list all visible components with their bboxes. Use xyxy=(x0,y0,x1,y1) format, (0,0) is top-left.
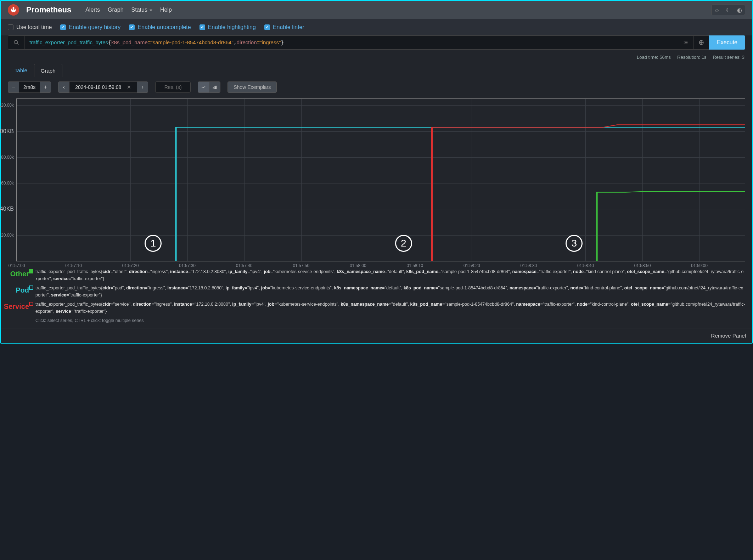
checkbox-icon[interactable] xyxy=(264,24,270,30)
sun-icon[interactable]: ☼ xyxy=(712,5,722,15)
checkbox-icon[interactable] xyxy=(8,24,13,30)
option-2[interactable]: Enable autocomplete xyxy=(129,24,191,30)
legend-row-other[interactable]: Other traffic_exporter_pod_traffic_bytes… xyxy=(29,267,745,283)
navbar: Prometheus Alerts Graph Status Help ☼ ☾ … xyxy=(1,1,752,19)
show-exemplars-button[interactable]: Show Exemplars xyxy=(227,81,277,93)
range-increase-button[interactable]: + xyxy=(40,81,51,93)
time-prev-button[interactable]: ‹ xyxy=(58,81,69,93)
option-label: Enable query history xyxy=(69,24,120,30)
legend-hint: Click: select series, CTRL + click: togg… xyxy=(29,316,745,327)
option-4[interactable]: Enable linter xyxy=(264,24,304,30)
query-input[interactable]: traffic_exporter_pod_traffic_bytes{k8s_p… xyxy=(24,35,678,50)
option-label: Enable linter xyxy=(273,24,304,30)
time-value[interactable]: 2024-09-18 01:59:08 ✕ xyxy=(69,81,137,93)
y-tick-major: 40KB xyxy=(0,206,14,212)
prometheus-logo-icon xyxy=(8,4,19,16)
query-row: traffic_exporter_pod_traffic_bytes{k8s_p… xyxy=(1,35,752,53)
option-0[interactable]: Use local time xyxy=(8,24,52,30)
tabs: Table Graph xyxy=(1,63,752,77)
annotation-3: 3 xyxy=(566,235,583,252)
svg-rect-6 xyxy=(213,87,214,89)
moon-icon[interactable]: ☾ xyxy=(723,5,734,15)
option-label: Use local time xyxy=(16,24,52,30)
legend-text: traffic_exporter_pod_traffic_bytes{cidr=… xyxy=(35,301,745,315)
options-bar: Use local timeEnable query historyEnable… xyxy=(1,19,752,35)
legend-swatch-icon xyxy=(29,269,33,273)
time-next-button[interactable]: › xyxy=(137,81,148,93)
legend-text: traffic_exporter_pod_traffic_bytes{cidr=… xyxy=(35,284,745,299)
y-tick: 20.00k xyxy=(1,233,14,238)
resolution-input[interactable] xyxy=(155,81,191,93)
legend-swatch-icon xyxy=(29,285,33,290)
checkbox-icon[interactable] xyxy=(129,24,135,30)
option-label: Enable highlighting xyxy=(208,24,256,30)
format-query-icon[interactable] xyxy=(678,35,693,50)
svg-rect-7 xyxy=(214,87,215,89)
panel-footer: Remove Panel xyxy=(1,328,752,343)
graph-controls: − 2m8s + ‹ 2024-09-18 01:59:08 ✕ › Show … xyxy=(1,77,752,97)
legend-annot: Other xyxy=(10,268,29,279)
option-label: Enable autocomplete xyxy=(137,24,191,30)
annotation-2: 2 xyxy=(395,235,412,252)
y-tick: 60.00k xyxy=(1,181,14,186)
y-tick: 120.00k xyxy=(0,103,14,108)
legend: Other traffic_exporter_pod_traffic_bytes… xyxy=(1,264,752,328)
legend-annot: Service xyxy=(4,301,29,312)
nav-help[interactable]: Help xyxy=(160,7,172,13)
legend-row-pod[interactable]: Pod traffic_exporter_pod_traffic_bytes{c… xyxy=(29,283,745,300)
resolution: Resolution: 1s xyxy=(677,55,706,60)
tab-table[interactable]: Table xyxy=(8,63,34,77)
option-3[interactable]: Enable highlighting xyxy=(200,24,256,30)
nav-graph[interactable]: Graph xyxy=(108,7,123,13)
legend-swatch-icon xyxy=(29,302,33,306)
time-clear-icon[interactable]: ✕ xyxy=(127,84,131,90)
load-time: Load time: 56ms xyxy=(637,55,671,60)
checkbox-icon[interactable] xyxy=(60,24,66,30)
legend-text: traffic_exporter_pod_traffic_bytes{cidr=… xyxy=(35,268,745,282)
stacked-chart-icon[interactable] xyxy=(209,81,220,93)
annotation-1: 1 xyxy=(145,235,162,252)
theme-toggle-group: ☼ ☾ ◐ xyxy=(711,5,745,15)
chart[interactable]: 01:57:0001:57:1001:57:2001:57:3001:57:40… xyxy=(16,98,745,261)
y-tick-major: 100KB xyxy=(0,128,14,135)
remove-panel-link[interactable]: Remove Panel xyxy=(711,333,746,339)
result-series: Result series: 3 xyxy=(713,55,744,60)
svg-rect-8 xyxy=(216,86,217,89)
execute-button[interactable]: Execute xyxy=(709,35,745,50)
option-1[interactable]: Enable query history xyxy=(60,24,120,30)
range-value[interactable]: 2m8s xyxy=(19,81,40,93)
nav-alerts[interactable]: Alerts xyxy=(85,7,100,13)
y-tick: 80.00k xyxy=(1,155,14,160)
globe-icon[interactable] xyxy=(693,35,709,50)
nav-status[interactable]: Status xyxy=(131,7,152,13)
search-icon[interactable] xyxy=(8,35,24,50)
time-text: 2024-09-18 01:59:08 xyxy=(75,84,121,90)
range-decrease-button[interactable]: − xyxy=(8,81,19,93)
query-meta: Load time: 56ms Resolution: 1s Result se… xyxy=(1,53,752,63)
brand-title: Prometheus xyxy=(26,5,71,15)
svg-line-1 xyxy=(17,43,18,45)
contrast-icon[interactable]: ◐ xyxy=(734,5,745,15)
tab-graph[interactable]: Graph xyxy=(34,64,62,77)
checkbox-icon[interactable] xyxy=(200,24,205,30)
svg-point-0 xyxy=(14,40,17,44)
line-chart-icon[interactable] xyxy=(198,81,209,93)
legend-annot: Pod xyxy=(16,284,29,296)
legend-row-service[interactable]: Service traffic_exporter_pod_traffic_byt… xyxy=(29,300,745,316)
